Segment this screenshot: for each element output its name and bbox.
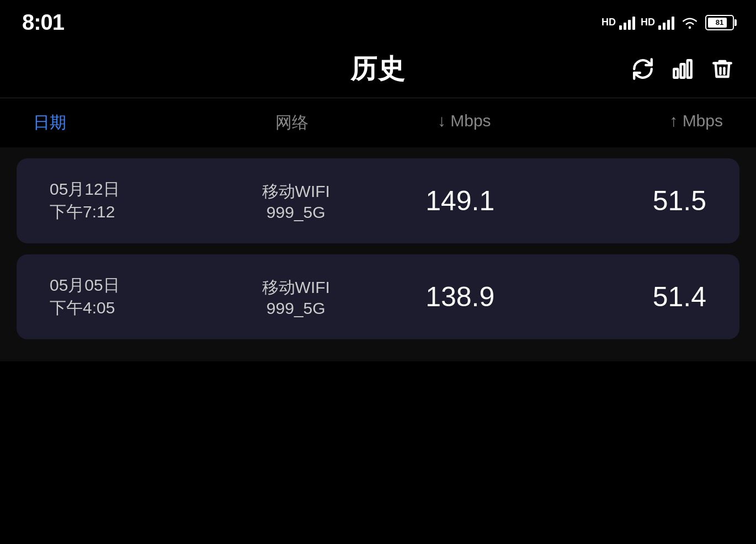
hd-label-1: HD	[601, 17, 616, 28]
svg-rect-3	[688, 60, 691, 78]
signal-bar	[672, 17, 674, 30]
refresh-button[interactable]	[631, 57, 654, 81]
record-upload-0: 51.5	[542, 185, 707, 217]
svg-point-0	[689, 26, 691, 29]
record-date-0: 05月12日 下午7:12	[50, 178, 214, 223]
signal-bar	[628, 20, 631, 30]
signal-bars-1	[619, 15, 635, 30]
record-download-0: 149.1	[378, 185, 542, 217]
signal-group-1: HD	[601, 15, 635, 30]
wifi-icon	[680, 15, 700, 30]
nav-bar: 历史	[0, 40, 756, 98]
hd-label-2: HD	[641, 17, 655, 28]
table-header: 日期 网络 ↓ Mbps ↑ Mbps	[0, 98, 756, 147]
col-download-header: ↓ Mbps	[378, 111, 551, 134]
signal-bar	[663, 23, 666, 30]
svg-rect-1	[674, 69, 678, 78]
record-upload-1: 51.4	[542, 281, 707, 313]
signal-bars-2	[658, 15, 674, 30]
page-title: 历史	[350, 51, 406, 87]
record-network-0: 移动WIFI 999_5G	[214, 180, 379, 222]
record-date-1: 05月05日 下午4:05	[50, 274, 214, 319]
col-date-header: 日期	[33, 111, 206, 134]
signal-bar	[619, 25, 622, 30]
col-network-header: 网络	[206, 111, 379, 134]
record-network-1: 移动WIFI 999_5G	[214, 276, 379, 318]
record-download-1: 138.9	[378, 281, 542, 313]
signal-bar	[667, 20, 670, 30]
record-row-0[interactable]: 05月12日 下午7:12 移动WIFI 999_5G 149.1 51.5	[17, 158, 739, 243]
record-network-ssid-0: 999_5G	[267, 203, 326, 222]
status-icons: HD HD	[601, 15, 734, 30]
status-time: 8:01	[22, 10, 64, 35]
signal-bar	[632, 17, 635, 30]
battery-text: 81	[706, 18, 733, 26]
chart-button[interactable]	[671, 57, 694, 81]
battery-icon: 81	[705, 15, 734, 30]
record-network-name-0: 移动WIFI	[262, 180, 330, 203]
signal-bar	[658, 25, 661, 30]
record-date-sub-0: 下午7:12	[50, 201, 115, 223]
record-network-name-1: 移动WIFI	[262, 276, 330, 299]
delete-button[interactable]	[711, 57, 734, 81]
status-bar: 8:01 HD HD	[0, 0, 756, 40]
record-network-ssid-1: 999_5G	[267, 299, 326, 318]
record-date-sub-1: 下午4:05	[50, 297, 115, 319]
signal-bar	[624, 23, 626, 30]
content-area: 05月12日 下午7:12 移动WIFI 999_5G 149.1 51.5 0…	[0, 147, 756, 361]
col-upload-header: ↑ Mbps	[551, 111, 723, 134]
nav-actions	[631, 57, 734, 81]
record-date-main-0: 05月12日	[50, 178, 120, 201]
record-row-1[interactable]: 05月05日 下午4:05 移动WIFI 999_5G 138.9 51.4	[17, 254, 739, 339]
signal-group-2: HD	[641, 15, 674, 30]
record-date-main-1: 05月05日	[50, 274, 120, 297]
svg-rect-2	[681, 64, 685, 78]
